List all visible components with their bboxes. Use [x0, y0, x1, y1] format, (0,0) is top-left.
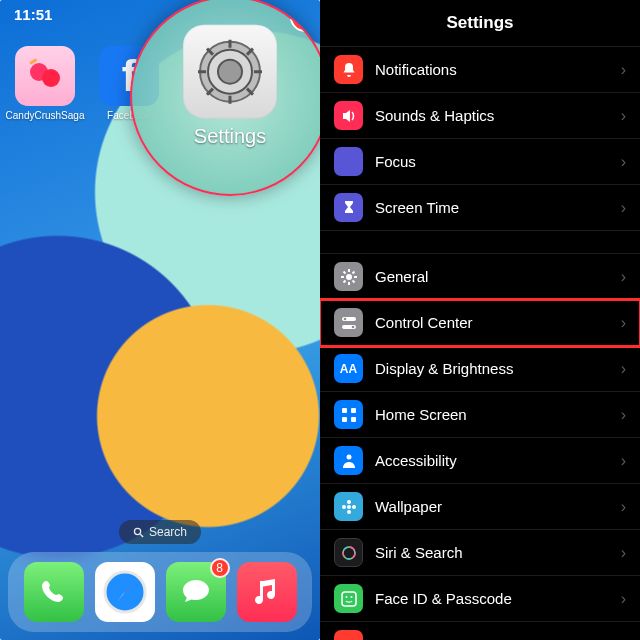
- chevron-right-icon: ›: [621, 268, 626, 286]
- chevron-right-icon: ›: [621, 360, 626, 378]
- settings-row-home-screen[interactable]: Home Screen›: [320, 392, 640, 438]
- svg-point-35: [343, 317, 346, 320]
- settings-label: Settings: [183, 125, 277, 148]
- svg-point-1: [42, 69, 60, 87]
- dock-phone[interactable]: [24, 562, 84, 622]
- svg-line-32: [352, 271, 354, 273]
- settings-row-emergency-sos[interactable]: SOSEmergency SOS›: [320, 622, 640, 640]
- svg-rect-41: [351, 417, 356, 422]
- svg-point-53: [350, 596, 352, 598]
- messages-icon: [179, 575, 213, 609]
- settings-row-notifications[interactable]: Notifications›: [320, 46, 640, 93]
- settings-group: Notifications›Sounds & Haptics›Focus›Scr…: [320, 46, 640, 231]
- row-label: Notifications: [375, 61, 609, 78]
- speaker-icon: [334, 101, 363, 130]
- chevron-right-icon: ›: [621, 590, 626, 608]
- hourglass-icon: [334, 193, 363, 222]
- svg-point-8: [218, 60, 242, 84]
- candycrush-icon: [15, 46, 75, 106]
- chevron-right-icon: ›: [621, 107, 626, 125]
- settings-row-accessibility[interactable]: Accessibility›: [320, 438, 640, 484]
- settings-group: General›Control Center›AADisplay & Brigh…: [320, 253, 640, 640]
- svg-point-42: [346, 454, 351, 459]
- face-icon: [334, 584, 363, 613]
- SOS-icon: SOS: [334, 630, 363, 640]
- gear-icon: [334, 262, 363, 291]
- dock-music[interactable]: [237, 562, 297, 622]
- row-label: Siri & Search: [375, 544, 609, 561]
- page-title: Settings: [320, 0, 640, 46]
- safari-icon: [101, 568, 149, 616]
- settings-icon[interactable]: [183, 25, 277, 119]
- settings-row-general[interactable]: General›: [320, 253, 640, 300]
- svg-rect-51: [342, 592, 356, 606]
- settings-row-control-center[interactable]: Control Center›: [320, 300, 640, 346]
- settings-row-siri-search[interactable]: Siri & Search›: [320, 530, 640, 576]
- moon-icon: [334, 147, 363, 176]
- flower-icon: [334, 492, 363, 521]
- svg-line-33: [343, 280, 345, 282]
- music-icon: [252, 577, 282, 607]
- settings-screen: Settings Notifications›Sounds & Haptics›…: [320, 0, 640, 640]
- app-label: CandyCrushSaga: [6, 110, 85, 121]
- settings-row-wallpaper[interactable]: Wallpaper›: [320, 484, 640, 530]
- row-label: Focus: [375, 153, 609, 170]
- row-label: Face ID & Passcode: [375, 590, 609, 607]
- svg-point-52: [345, 596, 347, 598]
- switches-icon: [334, 308, 363, 337]
- app-candycrush[interactable]: CandyCrushSaga: [14, 46, 76, 121]
- row-label: Emergency SOS: [375, 636, 609, 640]
- svg-point-45: [347, 510, 351, 514]
- AA-icon: AA: [334, 354, 363, 383]
- svg-point-44: [347, 500, 351, 504]
- person-icon: [334, 446, 363, 475]
- svg-point-47: [352, 505, 356, 509]
- spotlight-search[interactable]: Search: [119, 520, 201, 544]
- row-label: Screen Time: [375, 199, 609, 216]
- chevron-right-icon: ›: [621, 498, 626, 516]
- grid-icon: [334, 400, 363, 429]
- svg-rect-38: [342, 408, 347, 413]
- settings-row-display-brightness[interactable]: AADisplay & Brightness›: [320, 346, 640, 392]
- status-time: 11:51: [14, 6, 52, 23]
- svg-point-17: [134, 528, 140, 534]
- search-label: Search: [149, 525, 187, 539]
- dock-safari[interactable]: [95, 562, 155, 622]
- dock: 8: [8, 552, 312, 632]
- chevron-right-icon: ›: [621, 314, 626, 332]
- row-label: Home Screen: [375, 406, 609, 423]
- phone-icon: [38, 576, 70, 608]
- row-label: General: [375, 268, 609, 285]
- chevron-right-icon: ›: [621, 199, 626, 217]
- chevron-right-icon: ›: [621, 153, 626, 171]
- dock-messages[interactable]: 8: [166, 562, 226, 622]
- settings-list[interactable]: Notifications›Sounds & Haptics›Focus›Scr…: [320, 46, 640, 640]
- settings-callout: 3 Settings: [130, 0, 320, 196]
- svg-line-31: [352, 280, 354, 282]
- row-label: Wallpaper: [375, 498, 609, 515]
- chevron-right-icon: ›: [621, 636, 626, 641]
- row-label: Display & Brightness: [375, 360, 609, 377]
- svg-line-30: [343, 271, 345, 273]
- chevron-right-icon: ›: [621, 544, 626, 562]
- settings-row-screen-time[interactable]: Screen Time›: [320, 185, 640, 231]
- svg-point-25: [346, 274, 352, 280]
- messages-badge: 8: [210, 558, 230, 578]
- chevron-right-icon: ›: [621, 406, 626, 424]
- siri-icon: [334, 538, 363, 567]
- search-icon: [133, 527, 144, 538]
- bell-icon: [334, 55, 363, 84]
- home-screen: 11:51 CandyCrushSaga f Facebook F 3: [0, 0, 320, 640]
- svg-line-18: [140, 534, 143, 537]
- settings-row-sounds-haptics[interactable]: Sounds & Haptics›: [320, 93, 640, 139]
- row-label: Sounds & Haptics: [375, 107, 609, 124]
- settings-row-face-id-passcode[interactable]: Face ID & Passcode›: [320, 576, 640, 622]
- svg-rect-40: [342, 417, 347, 422]
- row-label: Control Center: [375, 314, 609, 331]
- svg-rect-39: [351, 408, 356, 413]
- svg-point-43: [347, 505, 351, 509]
- settings-row-focus[interactable]: Focus›: [320, 139, 640, 185]
- chevron-right-icon: ›: [621, 61, 626, 79]
- chevron-right-icon: ›: [621, 452, 626, 470]
- row-label: Accessibility: [375, 452, 609, 469]
